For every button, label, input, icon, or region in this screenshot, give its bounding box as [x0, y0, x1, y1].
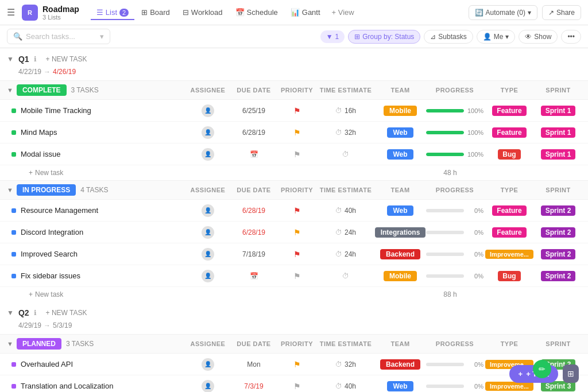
task-due-date[interactable]: 6/28/19 [231, 207, 277, 215]
task-sprint[interactable]: Sprint 2 [535, 271, 581, 281]
task-assignee[interactable]: 👤 [185, 248, 231, 261]
task-team[interactable]: Web [374, 127, 426, 138]
task-name[interactable]: Translation and Localization [21, 382, 185, 390]
automate-button[interactable]: 🔄 Automate (0) ▾ [469, 5, 537, 20]
task-sprint[interactable]: Sprint 2 [535, 249, 581, 259]
avatar: 👤 [202, 148, 214, 161]
task-priority[interactable]: ⚑ [277, 250, 317, 259]
clock-icon: ⏱ [335, 360, 342, 368]
task-assignee[interactable]: 👤 [185, 104, 231, 117]
tab-gantt[interactable]: 📊 Gantt [285, 5, 326, 20]
task-progress: 0% [426, 383, 483, 390]
sprint-badge: Sprint 1 [541, 106, 576, 116]
task-type[interactable]: Bug [483, 149, 535, 160]
filter-chip[interactable]: ▼ 1 [320, 30, 345, 43]
task-name[interactable]: Overhauled API [21, 360, 185, 368]
tab-schedule[interactable]: 📅 Schedule [230, 5, 284, 20]
task-due-date[interactable]: Mon [231, 360, 277, 368]
task-type[interactable]: Improveme... [483, 250, 535, 259]
group-by-chip[interactable]: ⊞ Group by: Status [348, 30, 420, 44]
task-name[interactable]: Resource Management [21, 206, 185, 215]
progress-bar [426, 209, 464, 212]
task-priority[interactable]: ⚑ [277, 271, 317, 281]
task-sprint[interactable]: Sprint 1 [535, 106, 581, 116]
task-assignee[interactable]: 👤 [185, 226, 231, 239]
task-due-date[interactable]: 6/28/19 [231, 228, 277, 236]
show-chip[interactable]: 👁 Show [519, 30, 558, 44]
plus-icon: + [29, 169, 33, 177]
task-name[interactable]: Mobile Time Tracking [21, 106, 185, 115]
task-name[interactable]: Mind Maps [21, 128, 185, 137]
task-team[interactable]: Web [374, 149, 426, 160]
task-name[interactable]: Modal issue [21, 150, 185, 158]
quarter-q1-toggle[interactable]: ▼ [7, 55, 14, 63]
task-time-estimate: ⏱32h [317, 129, 374, 137]
task-priority[interactable]: ⚑ [277, 382, 317, 391]
quarter-q2-add[interactable]: + NEW TASK [41, 308, 92, 318]
clock-icon: ⏱ [335, 107, 342, 115]
task-due-date[interactable]: 7/3/19 [231, 382, 277, 390]
task-due-date[interactable]: 📅 [231, 150, 277, 158]
task-priority[interactable]: ⚑ [277, 206, 317, 215]
avatar: 👤 [202, 358, 214, 371]
tab-workload[interactable]: ⊟ Workload [177, 5, 229, 20]
task-type[interactable]: Feature [483, 127, 535, 138]
group-complete-toggle[interactable]: ▼ [7, 87, 13, 94]
task-due-date[interactable]: 6/28/19 [231, 129, 277, 137]
group-inprogress-toggle[interactable]: ▼ [7, 187, 13, 193]
task-due-date[interactable]: 7/18/19 [231, 250, 277, 258]
task-team[interactable]: Mobile [374, 271, 426, 281]
task-priority[interactable]: ⚑ [277, 228, 317, 237]
task-assignee[interactable]: 👤 [185, 204, 231, 217]
me-chip[interactable]: 👤 Me ▾ [477, 30, 516, 44]
task-assignee[interactable]: 👤 [185, 380, 231, 393]
hamburger-icon[interactable]: ☰ [7, 7, 15, 18]
add-new-task-inprogress[interactable]: + New task 88 h [0, 287, 588, 302]
task-sprint[interactable]: Sprint 2 [535, 227, 581, 238]
task-type[interactable]: Feature [483, 106, 535, 116]
task-type[interactable]: Feature [483, 227, 535, 238]
quarter-q2-toggle[interactable]: ▼ [7, 309, 14, 317]
add-view-button[interactable]: + View [327, 5, 359, 20]
task-team[interactable]: Backend [374, 359, 426, 370]
planned-task-count: 3 TASKS [66, 340, 94, 348]
task-name[interactable]: Fix sidebar issues [21, 271, 185, 280]
task-assignee[interactable]: 👤 [185, 148, 231, 161]
subtasks-chip[interactable]: ⊿ Subtasks [424, 30, 473, 44]
task-priority[interactable]: ⚑ [277, 150, 317, 159]
fab-edit-button[interactable]: ✏ [533, 360, 551, 378]
task-priority[interactable]: ⚑ [277, 360, 317, 369]
quarter-q1-add[interactable]: + NEW TASK [41, 54, 92, 64]
task-due-date[interactable]: 6/25/19 [231, 107, 277, 115]
task-sprint[interactable]: Sprint 2 [535, 205, 581, 216]
task-assignee[interactable]: 👤 [185, 270, 231, 282]
task-team[interactable]: Web [374, 205, 426, 216]
task-sprint[interactable]: Sprint 1 [535, 149, 581, 160]
task-team[interactable]: Mobile [374, 106, 426, 116]
task-priority[interactable]: ⚑ [277, 106, 317, 115]
task-name[interactable]: Discord Integration [21, 228, 185, 236]
task-due-date[interactable]: 📅 [231, 272, 277, 280]
task-name[interactable]: Improved Search [21, 250, 185, 258]
task-priority[interactable]: ⚑ [277, 128, 317, 137]
progress-bar [426, 274, 464, 278]
more-options-button[interactable]: ••• [561, 30, 581, 44]
quarter-q1-info[interactable]: ℹ [34, 55, 37, 63]
task-type[interactable]: Bug [483, 271, 535, 281]
task-team[interactable]: Backend [374, 249, 426, 259]
tab-board[interactable]: ⊞ Board [136, 5, 176, 20]
group-inprogress: ▼ IN PROGRESS 4 TASKS ASSIGNEE DUE DATE … [0, 180, 588, 302]
task-sprint[interactable]: Sprint 1 [535, 127, 581, 138]
share-button[interactable]: ↗ Share [542, 5, 581, 20]
quarter-q2-info[interactable]: ℹ [34, 309, 37, 317]
fab-grid-button[interactable]: ⊞ [563, 364, 579, 383]
group-planned-toggle[interactable]: ▼ [7, 340, 13, 347]
task-type[interactable]: Feature [483, 205, 535, 216]
task-assignee[interactable]: 👤 [185, 358, 231, 371]
task-team[interactable]: Integrations [374, 227, 426, 238]
task-team[interactable]: Web [374, 381, 426, 391]
add-new-task-complete[interactable]: + New task 48 h [0, 165, 588, 180]
search-box[interactable]: 🔍 Search tasks... ▾ [7, 29, 110, 44]
task-assignee[interactable]: 👤 [185, 126, 231, 139]
tab-list[interactable]: ☰ List 2 [91, 5, 134, 20]
